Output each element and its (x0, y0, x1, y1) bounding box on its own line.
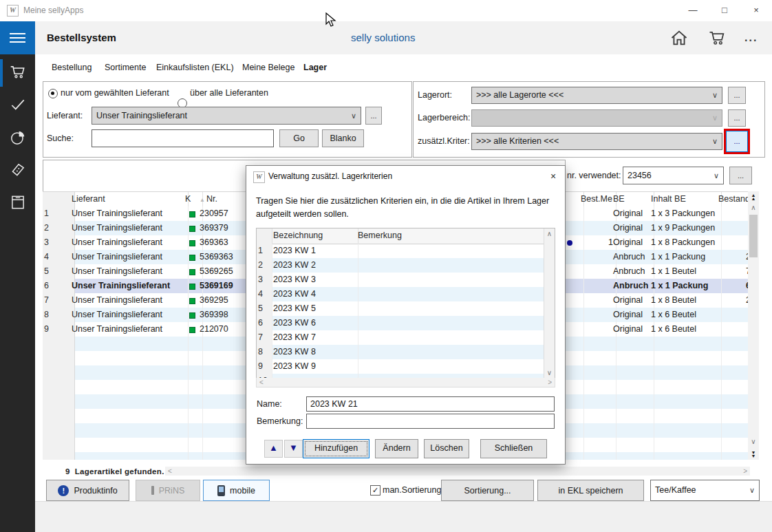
home-button[interactable] (669, 28, 690, 49)
cell-lieferant: Unser Trainingslieferant (69, 293, 189, 308)
cell-bestand (716, 322, 748, 337)
scroll-up-icon[interactable]: ∧ (544, 228, 555, 240)
name-label: Name: (257, 399, 282, 409)
criteria-row[interactable]: 72023 KW 7 (257, 330, 544, 345)
col-header-bemerkung[interactable]: Bemerkung (354, 228, 544, 244)
cell-bezeichnung: 2023 KW 9 (269, 359, 358, 374)
cart-button[interactable] (707, 28, 728, 49)
scroll-right-icon[interactable]: > (743, 467, 747, 476)
col-header-inhalt[interactable]: Inhalt BE (648, 192, 722, 207)
lagerort-combobox[interactable]: >>> alle Lagerorte <<< ∨ (471, 87, 722, 104)
blanko-button[interactable]: Blanko (322, 129, 364, 147)
kriterien-more-button[interactable]: ... (726, 131, 748, 152)
more-menu-button[interactable]: ... (744, 32, 765, 52)
criteria-row[interactable]: 32023 KW 3 (257, 273, 544, 287)
scroll-left-icon[interactable]: < (259, 378, 264, 387)
loeschen-button[interactable]: Löschen (424, 439, 469, 458)
tab-meine-belege[interactable]: Meine Belege (242, 63, 294, 72)
criteria-vscrollbar[interactable]: ∧ ∨ (544, 228, 555, 379)
dialog-title: Verwaltung zusätzl. Lagerkriterien (268, 171, 392, 181)
bemerkung-input[interactable] (306, 414, 555, 429)
menu-button[interactable] (0, 21, 35, 54)
nr-verwendet-more-button[interactable]: ... (729, 167, 752, 184)
dialog-titlebar[interactable]: W Verwaltung zusätzl. Lagerkriterien × (246, 166, 565, 187)
hinzufuegen-button[interactable]: Hinzufügen (303, 439, 369, 458)
tab-sortimente[interactable]: Sortimente (105, 63, 146, 72)
cell-bestand (716, 308, 748, 322)
scroll-right-icon[interactable]: > (548, 378, 552, 387)
sidebar-item-bestellung[interactable] (9, 63, 27, 81)
cell-bemerkung (354, 345, 544, 359)
lieferant-more-button[interactable]: ... (365, 107, 382, 125)
mobile-button[interactable]: mobile (203, 480, 270, 501)
cell-bezeichnung: 2023 KW 3 (269, 273, 358, 287)
sidebar-item-check[interactable] (9, 96, 27, 114)
criteria-hscrollbar[interactable]: < > (256, 378, 555, 387)
sortierung-button[interactable]: Sortierung... (441, 480, 534, 501)
scroll-down-icon[interactable]: ∨ (748, 436, 759, 447)
cell-inhalt: 1 x 1 Packung (648, 279, 722, 293)
highlight-frame: ... (724, 129, 750, 154)
criteria-row[interactable]: 92023 KW 9 (257, 359, 544, 374)
aendern-button[interactable]: Ändern (375, 439, 418, 458)
criteria-row[interactable]: 82023 KW 8 (257, 345, 544, 359)
dialog-close-button[interactable]: × (542, 166, 565, 187)
lagerbereich-more-button[interactable]: ... (728, 109, 746, 127)
ekl-speichern-button[interactable]: in EKL speichern (537, 480, 644, 501)
cell-bestand: 7 (716, 264, 748, 279)
cell-inhalt: 1 x 8 Beutel (648, 293, 722, 308)
col-header-bezeichnung[interactable]: Bezeichnung (269, 228, 358, 244)
tab-einkaufslisten[interactable]: Einkaufslisten (EKL) (156, 63, 234, 72)
table-hscrollbar[interactable]: < > (165, 467, 750, 476)
scroll-down-icon[interactable]: ∨ (544, 368, 555, 379)
sidebar-item-angebote[interactable] (9, 161, 27, 179)
cell-bemerkung (354, 258, 544, 273)
sidebar-item-katalog[interactable] (9, 193, 27, 211)
cell-bezeichnung: 2023 KW 6 (269, 316, 358, 330)
app-window: { "colors": { "accent_blue": "#0e6ab8", … (0, 0, 772, 532)
cell-bemerkung (354, 244, 544, 258)
name-input[interactable] (306, 396, 555, 412)
mobile-phone-icon (217, 485, 225, 496)
criteria-row[interactable]: 62023 KW 6 (257, 316, 544, 330)
man-sortierung-checkbox[interactable]: ✓ (370, 485, 380, 496)
book-icon (9, 193, 27, 211)
maximize-button[interactable]: □ (709, 0, 740, 21)
criteria-row[interactable]: 12023 KW 1 (257, 244, 544, 258)
cell-lieferant: Unser Trainingslieferant (69, 206, 189, 221)
scroll-left-icon[interactable]: < (168, 467, 172, 476)
cell-bezeichnung: 2023 KW 5 (269, 301, 358, 316)
schliessen-button[interactable]: Schließen (480, 439, 547, 458)
tab-lager[interactable]: Lager (303, 63, 327, 72)
radio-supplier-only[interactable] (48, 89, 58, 98)
sidebar-item-statistik[interactable] (9, 129, 27, 147)
close-button[interactable]: × (740, 0, 772, 21)
lieferant-combobox[interactable]: Unser Trainingslieferant ∨ (92, 107, 361, 125)
cell-lieferant: Unser Trainingslieferant (69, 264, 189, 279)
table-vscrollbar[interactable]: ▲▲ ∧ ∨ ▼▼ (748, 191, 759, 460)
scroll-bottom-icon[interactable]: ▼▼ (748, 449, 759, 460)
cell-inhalt: 1 x 9 Packungen (648, 221, 722, 235)
prins-icon (151, 486, 154, 495)
scrollbar-thumb[interactable] (749, 215, 758, 257)
tab-bestellung[interactable]: Bestellung (52, 63, 92, 72)
move-up-button[interactable]: ▲ (264, 440, 283, 458)
minimize-button[interactable]: — (677, 0, 709, 21)
criteria-row[interactable]: 52023 KW 5 (257, 301, 544, 316)
cell-bemerkung (354, 359, 544, 374)
produktinfo-button[interactable]: ! Produktinfo (46, 480, 129, 501)
col-header-lieferant[interactable]: Lieferant (69, 192, 189, 207)
go-button[interactable]: Go (279, 129, 319, 147)
criteria-row[interactable]: 22023 KW 2 (257, 258, 544, 273)
lagerbereich-combobox: ∨ (471, 109, 722, 127)
lagerort-more-button[interactable]: ... (728, 87, 746, 104)
search-input[interactable] (92, 129, 274, 147)
move-down-button[interactable]: ▼ (284, 440, 303, 458)
kriterien-combobox[interactable]: >>> alle Kriterien <<< ∨ (471, 133, 722, 150)
category-combobox[interactable]: Tee/Kaffee ∨ (650, 480, 760, 501)
scroll-top-icon[interactable]: ▲▲ (748, 191, 759, 202)
nr-verwendet-combobox[interactable]: 23456 ∨ (623, 167, 724, 184)
criteria-row[interactable]: 42023 KW 4 (257, 287, 544, 301)
scroll-up-icon[interactable]: ∧ (748, 202, 759, 213)
window-titlebar[interactable]: W Meine sellyApps — □ × (0, 0, 772, 22)
